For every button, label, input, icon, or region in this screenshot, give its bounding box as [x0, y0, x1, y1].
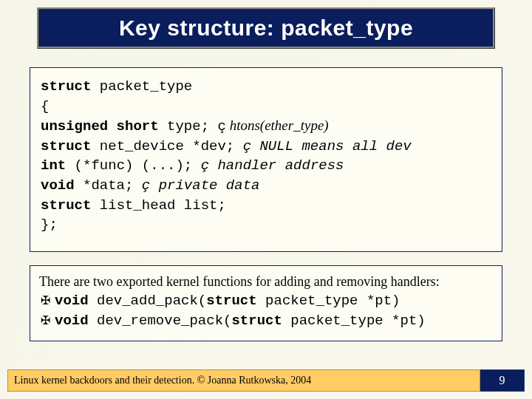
code-line: struct packet_type	[41, 77, 491, 97]
code-line: struct list_head list;	[41, 196, 491, 216]
bullet-icon: ✠	[41, 292, 50, 309]
code-line: struct net_device *dev; ç NULL means all…	[41, 137, 491, 157]
bullet-icon: ✠	[41, 312, 50, 329]
footer: Linux kernel backdoors and their detecti…	[7, 369, 525, 392]
code-line: int (*func) (...); ç handler address	[41, 156, 491, 176]
text-box: There are two exported kernel functions …	[30, 265, 502, 341]
footer-text: Linux kernel backdoors and their detecti…	[7, 369, 480, 392]
bullet-item: ✠ void dev_remove_pack(struct packet_typ…	[39, 311, 493, 332]
title-box: Key structure: packet_type	[37, 7, 495, 49]
code-line: {	[41, 97, 491, 117]
code-line: void *data; ç private data	[41, 176, 491, 196]
code-line: };	[41, 215, 491, 235]
intro-text: There are two exported kernel functions …	[39, 272, 493, 291]
code-box: struct packet_type { unsigned short type…	[30, 67, 502, 252]
slide-title: Key structure: packet_type	[119, 16, 413, 40]
page-number: 9	[480, 369, 525, 392]
code-line: unsigned short type; ç htons(ether_type)	[41, 116, 491, 137]
bullet-item: ✠ void dev_add_pack(struct packet_type *…	[39, 291, 493, 312]
